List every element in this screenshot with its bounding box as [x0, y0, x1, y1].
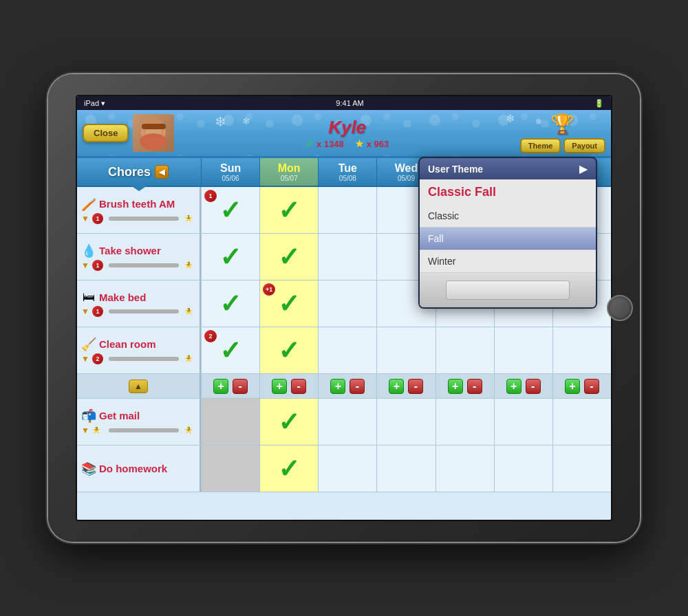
check-shower-mon: ✓ [278, 244, 300, 270]
cell-clean-tue[interactable] [318, 327, 376, 373]
stars-badge3: ★ 3 [184, 306, 195, 317]
cell-brush-tue[interactable] [318, 187, 376, 233]
minus-mon[interactable]: - [291, 379, 306, 394]
stars-badge4: ★ 2 [184, 353, 195, 364]
home-button[interactable] [607, 295, 633, 321]
cell-clean-mon[interactable]: ✓ [259, 327, 318, 373]
stars-badge: ★ 1 [184, 213, 195, 224]
tablet-frame: iPad ▾ 9:41 AM 🔋 ❄ ❄ ❄ ❄ Close Kyle [48, 74, 640, 542]
day-name-sun: Sun [220, 162, 241, 175]
chore-row-get-mail: 📬 Get mail ▼ ★ 3 ★ 3 [77, 399, 611, 446]
cell-mail-sun[interactable] [201, 399, 259, 445]
cell-bed-sun[interactable]: ✓ [201, 280, 259, 327]
plus-mon[interactable]: + [272, 379, 287, 394]
plus-fri[interactable]: + [506, 379, 522, 394]
theme-item-fall[interactable]: Fall [420, 228, 596, 250]
plus-sat[interactable]: + [565, 379, 580, 394]
chore-name-row2: 💧 Take shower [81, 243, 195, 258]
homework-icon: 📚 [81, 461, 96, 476]
cell-mail-wed[interactable] [376, 399, 435, 445]
cell-clean-sat[interactable] [552, 327, 611, 373]
check-mon: ✓ [278, 197, 300, 223]
theme-header: User Theme ▶ [420, 158, 596, 179]
bonus-badge-clean: 2 [204, 330, 217, 342]
cell-clean-wed[interactable] [376, 327, 435, 373]
minus-sun[interactable]: - [233, 379, 248, 394]
cell-brush-sun[interactable]: 1 ✓ [201, 187, 259, 233]
cell-shower-mon[interactable]: ✓ [259, 234, 318, 280]
up-button[interactable]: ▲ [129, 380, 148, 393]
day-date-sun: 05/06 [222, 175, 239, 182]
theme-fall-label: Fall [428, 233, 444, 244]
theme-item-winter[interactable]: Winter [420, 250, 596, 273]
cell-hw-mon[interactable]: ✓ [259, 446, 318, 492]
points-badge3: 1 [92, 306, 103, 317]
expand-icon4[interactable]: ▼ [81, 354, 89, 364]
prev-nav-button[interactable]: ◀ [155, 165, 169, 179]
cell-brush-mon[interactable]: ✓ [259, 187, 318, 233]
cell-mail-sat[interactable] [552, 399, 611, 445]
plus-wed[interactable]: + [389, 379, 404, 394]
theme-picker-bottom [420, 273, 596, 307]
svg-point-4 [140, 133, 167, 150]
cell-hw-wed[interactable] [376, 446, 435, 492]
plus-tue[interactable]: + [330, 379, 345, 394]
expand-icon[interactable]: ▼ [81, 214, 89, 223]
add-cell-sun: + - [201, 374, 259, 398]
cell-shower-sun[interactable]: ✓ [201, 234, 259, 280]
make-bed-name: Make bed [99, 292, 146, 303]
day-date-wed: 05/09 [398, 175, 415, 182]
cell-hw-thu[interactable] [436, 446, 494, 492]
minus-sat[interactable]: - [584, 379, 599, 394]
plus-thu[interactable]: + [448, 379, 463, 394]
status-time: 9:41 AM [336, 99, 363, 107]
bonus-badge: 1 [204, 190, 217, 202]
expand-icon2[interactable]: ▼ [81, 261, 89, 270]
cell-clean-sun[interactable]: 2 ✓ [201, 327, 259, 373]
minus-fri[interactable]: - [526, 379, 541, 394]
cell-shower-tue[interactable] [318, 234, 376, 280]
svg-rect-3 [142, 124, 166, 129]
chore-meta-bed: ▼ 1 ★ 3 [81, 306, 195, 317]
theme-item-classic[interactable]: Classic [420, 205, 596, 228]
theme-list: Classic Fall Classic Fall Winter [420, 179, 596, 307]
brush-teeth-icon: 🪥 [81, 197, 96, 212]
minus-tue[interactable]: - [350, 379, 365, 394]
cell-hw-sun[interactable] [201, 446, 259, 492]
trophy-icon: 🏆 [550, 113, 574, 135]
cell-hw-sat[interactable] [552, 446, 611, 492]
cell-mail-tue[interactable] [318, 399, 376, 445]
theme-button[interactable]: Theme [520, 138, 561, 153]
close-button[interactable]: Close [83, 124, 129, 142]
expand-icon5[interactable]: ▼ [81, 426, 89, 435]
add-row-info: ▲ [77, 374, 201, 398]
theme-picker-knob[interactable] [446, 280, 570, 300]
cell-mail-mon[interactable]: ✓ [259, 399, 318, 445]
brush-teeth-name: Brush teeth AM [99, 198, 175, 210]
plus-sun[interactable]: + [213, 379, 228, 394]
cell-mail-fri[interactable] [494, 399, 552, 445]
chore-info-brush-teeth: 🪥 Brush teeth AM ▼ 1 ★ 1 [77, 187, 201, 233]
cell-mail-thu[interactable] [436, 399, 494, 445]
chore-meta-clean: ▼ 2 ★ 2 [81, 353, 195, 364]
points-bar [109, 217, 179, 221]
theme-panel: User Theme ▶ Classic Fall Classic Fall W… [418, 157, 597, 309]
day-name-wed: Wed [395, 162, 418, 175]
header-right: 🏆 Theme Payout [520, 113, 605, 153]
day-header-mon: Mon 05/07 [259, 158, 318, 186]
add-cell-fri: + - [494, 374, 552, 398]
cell-hw-fri[interactable] [494, 446, 552, 492]
cell-bed-mon[interactable]: +1 ✓ [259, 280, 318, 327]
expand-icon3[interactable]: ▼ [81, 307, 89, 316]
check-icon: ✓ [305, 138, 314, 149]
points-bar4 [109, 357, 179, 361]
cell-hw-tue[interactable] [318, 446, 376, 492]
theme-close-button[interactable]: ▶ [579, 162, 588, 175]
payout-button[interactable]: Payout [563, 138, 605, 153]
cell-bed-tue[interactable] [318, 280, 376, 327]
cell-clean-fri[interactable] [494, 327, 552, 373]
minus-thu[interactable]: - [467, 379, 482, 394]
cell-clean-thu[interactable] [436, 327, 494, 373]
minus-wed[interactable]: - [408, 379, 423, 394]
take-shower-name: Take shower [99, 245, 161, 256]
